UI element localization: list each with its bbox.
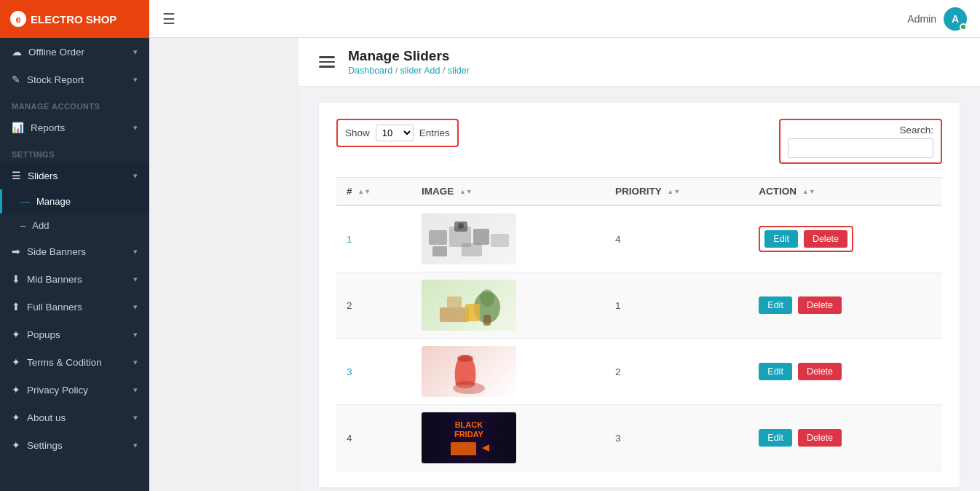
row-id: 3 (336, 339, 411, 405)
sidebar-item-stock-report[interactable]: ✎ Stock Report ▾ (0, 66, 149, 93)
chevron-down-icon: ▾ (133, 413, 138, 423)
chevron-down-icon: ▾ (133, 247, 138, 256)
sidebar-item-offline-order[interactable]: ☁ Offline Order ▾ (0, 38, 149, 66)
blackfriday-text: BLACKFRIDAY (454, 420, 483, 439)
row-id: 4 (336, 405, 411, 471)
entries-select[interactable]: 10 25 50 100 (376, 125, 414, 141)
page-hamburger-icon (319, 56, 335, 68)
avatar[interactable]: A (944, 7, 967, 31)
admin-label: Admin (907, 13, 936, 25)
sidebar-item-privacy[interactable]: ✦ Privacy Policy ▾ (0, 376, 149, 404)
side-banners-icon: ➡ (12, 246, 20, 257)
page-header: Manage Sliders Dashboard / slider Add / … (299, 38, 980, 87)
dash-icon: – (20, 220, 25, 231)
sidebar-item-label: Terms & Codition (27, 357, 102, 368)
slider-image-4: BLACKFRIDAY (422, 412, 516, 463)
sidebar-item-sliders[interactable]: ☰ Sliders ▾ (0, 162, 149, 189)
sidebar-item-terms[interactable]: ✦ Terms & Codition ▾ (0, 348, 149, 376)
sidebar-subitem-label: Add (32, 220, 49, 231)
row-image (411, 339, 605, 405)
table-row: 2 (336, 272, 942, 339)
breadcrumb-current[interactable]: slider (448, 66, 470, 76)
sort-arrows-priority: ▲▼ (667, 188, 680, 195)
svg-rect-0 (429, 230, 447, 245)
slider-image-1 (422, 213, 516, 264)
sidebar-item-reports[interactable]: 📊 Reports ▾ (0, 114, 149, 141)
chevron-down-icon: ▾ (133, 123, 138, 133)
edit-button-2[interactable]: Edit (759, 296, 792, 314)
svg-point-16 (456, 381, 475, 388)
sidebar-subitem-label: Manage (36, 196, 71, 207)
logo[interactable]: e ELECTRO SHOP (0, 0, 149, 38)
sidebar-item-label: Privacy Policy (27, 385, 88, 396)
slider-image-2 (422, 280, 516, 331)
row-action: Edit Delete (748, 339, 942, 405)
breadcrumb-add[interactable]: slider Add (400, 66, 440, 76)
sidebar-item-full-banners[interactable]: ⬆ Full Banners ▾ (0, 293, 149, 321)
sidebar-item-side-banners[interactable]: ➡ Side Banners ▾ (0, 237, 149, 265)
topbar-right: Admin A (907, 7, 967, 31)
row-priority: 1 (605, 272, 748, 339)
sliders-table: # ▲▼ IMAGE ▲▼ PRIORITY ▲▼ ACTION (336, 177, 942, 471)
sidebar: e ELECTRO SHOP ☁ Offline Order ▾ ✎ Stock… (0, 0, 149, 491)
col-action: ACTION ▲▼ (748, 178, 942, 206)
sidebar-item-mid-banners[interactable]: ⬇ Mid Banners ▾ (0, 265, 149, 293)
delete-button-3[interactable]: Delete (798, 363, 842, 380)
sidebar-item-label: Settings (27, 440, 63, 451)
row-action: Edit Delete (748, 405, 942, 471)
table-header-row: # ▲▼ IMAGE ▲▼ PRIORITY ▲▼ ACTION (336, 178, 942, 206)
show-label: Show (345, 127, 370, 138)
svg-rect-12 (483, 315, 491, 326)
sidebar-item-label: Popups (27, 329, 60, 340)
table-card: Show 10 25 50 100 Entries Search: (319, 103, 960, 487)
sidebar-item-label: Side Banners (27, 246, 86, 257)
sidebar-item-label: Stock Report (27, 74, 84, 85)
settings-section: SETTINGS (0, 141, 149, 162)
brand-name: ELECTRO SHOP (31, 13, 116, 25)
row-image (411, 205, 605, 272)
col-priority: PRIORITY ▲▼ (605, 178, 748, 206)
action-wrapper-1: Edit Delete (759, 226, 853, 252)
sidebar-subitem-manage[interactable]: — Manage (0, 189, 149, 213)
sort-arrows-hash: ▲▼ (357, 188, 371, 195)
edit-button-3[interactable]: Edit (759, 363, 792, 380)
svg-rect-9 (447, 296, 462, 308)
col-image: IMAGE ▲▼ (411, 178, 605, 206)
sidebar-item-about[interactable]: ✦ About us ▾ (0, 404, 149, 431)
hamburger-menu-button[interactable]: ☰ (162, 10, 175, 28)
delete-button-1[interactable]: Delete (804, 230, 847, 248)
chevron-down-icon: ▾ (133, 275, 138, 284)
chevron-down-icon: ▾ (133, 171, 138, 181)
sidebar-subitem-add[interactable]: – Add (0, 213, 149, 237)
breadcrumb-home[interactable]: Dashboard (348, 66, 392, 76)
main-content: Manage Sliders Dashboard / slider Add / … (299, 38, 980, 491)
row-action: Edit Delete (748, 205, 942, 272)
table-row: 3 2 (336, 339, 942, 405)
sidebar-item-settings[interactable]: ✦ Settings ▾ (0, 431, 149, 459)
svg-point-7 (458, 223, 464, 229)
sidebar-item-label: Full Banners (27, 302, 82, 313)
svg-rect-2 (473, 229, 489, 245)
stock-report-icon: ✎ (12, 74, 20, 85)
search-input[interactable] (788, 138, 933, 158)
online-status-dot (960, 23, 967, 31)
slider-image-3 (422, 346, 516, 397)
row-priority: 3 (605, 405, 748, 471)
terms-icon: ✦ (12, 356, 20, 368)
svg-rect-17 (451, 442, 476, 455)
search-label: Search: (899, 125, 933, 135)
row-priority: 4 (605, 205, 748, 272)
sliders-icon: ☰ (12, 170, 21, 181)
svg-rect-3 (491, 234, 509, 247)
delete-button-4[interactable]: Delete (798, 429, 842, 447)
sidebar-item-popups[interactable]: ✦ Popups ▾ (0, 321, 149, 348)
action-group-4: Edit Delete (759, 429, 842, 447)
sidebar-item-label: Sliders (28, 170, 58, 181)
edit-button-1[interactable]: Edit (764, 230, 798, 248)
sort-arrows-action: ▲▼ (802, 188, 815, 195)
edit-button-4[interactable]: Edit (759, 429, 792, 447)
sidebar-item-label: About us (27, 412, 66, 423)
delete-button-2[interactable]: Delete (798, 296, 842, 314)
breadcrumb-sep1: / (395, 66, 400, 76)
row-priority: 2 (605, 339, 748, 405)
